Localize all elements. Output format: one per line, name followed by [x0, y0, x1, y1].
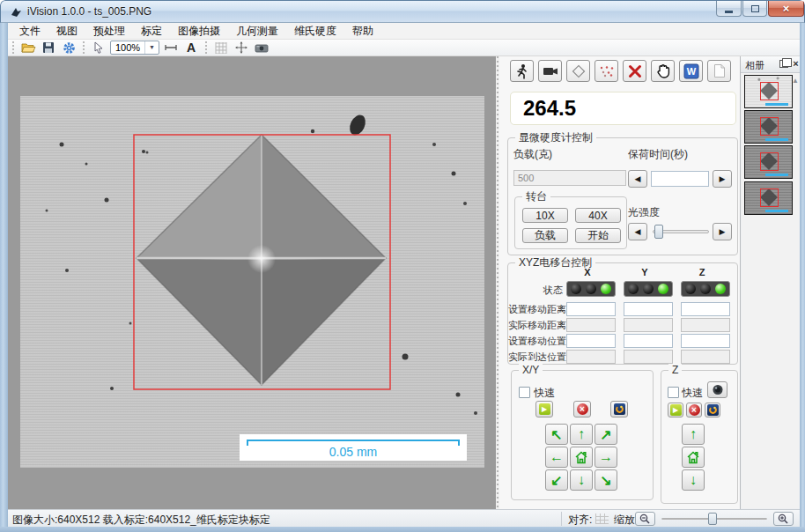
turret-10x-button[interactable]: 10X	[522, 208, 568, 223]
chevron-down-icon: ▼	[144, 41, 159, 54]
float-panel-icon[interactable]	[779, 60, 788, 68]
x-set-position-input[interactable]	[566, 334, 616, 348]
y-set-position-input[interactable]	[624, 334, 673, 348]
auto-measure-button[interactable]	[510, 60, 534, 82]
jog-south-button[interactable]: ↓	[570, 469, 593, 491]
word-report-button[interactable]: W	[679, 60, 703, 82]
toolbar-grip[interactable]	[82, 41, 85, 54]
thumbnail-1[interactable]	[744, 75, 793, 108]
z-stop-button[interactable]: ×	[686, 403, 702, 417]
jog-home-button[interactable]	[570, 447, 593, 468]
thumbnail-2[interactable]	[744, 110, 793, 144]
open-folder-icon	[21, 41, 36, 54]
video-camera-icon	[543, 66, 558, 77]
home-icon	[686, 451, 700, 464]
menu-help[interactable]: 帮助	[344, 23, 381, 40]
dwell-increase-button[interactable]: ▶	[713, 170, 732, 188]
specimen-image[interactable]: 0.05 mm	[20, 96, 484, 468]
light-increase-button[interactable]: ▶	[713, 223, 732, 240]
diamond-roi-button[interactable]	[566, 60, 590, 82]
align-grid-icon[interactable]	[595, 514, 609, 524]
menu-calibration[interactable]: 标定	[133, 23, 170, 40]
settings-button[interactable]	[60, 41, 78, 55]
dwell-decrease-button[interactable]: ◀	[628, 170, 647, 188]
z-up-button[interactable]: ↑	[682, 424, 705, 445]
y-set-distance-input[interactable]	[624, 302, 673, 316]
light-slider-handle[interactable]	[654, 225, 663, 239]
detect-points-button[interactable]	[595, 60, 618, 82]
album-header[interactable]: 相册 ×	[741, 56, 800, 73]
z-fast-checkbox[interactable]	[668, 387, 679, 398]
left-arrow-icon: ◀	[635, 227, 641, 236]
close-button[interactable]: ×	[768, 1, 804, 17]
z-set-distance-input[interactable]	[681, 302, 730, 316]
zoom-slider-handle[interactable]	[708, 513, 717, 525]
spin-icon	[707, 404, 719, 416]
hardness-value: 264.5	[511, 96, 576, 121]
jog-north-button[interactable]: ↑	[570, 424, 593, 445]
light-decrease-button[interactable]: ◀	[628, 223, 647, 240]
x-actual-position-input	[566, 350, 616, 364]
open-file-button[interactable]	[19, 41, 37, 55]
jog-west-button[interactable]: ←	[545, 447, 568, 468]
jog-southeast-button[interactable]: ↘	[595, 469, 617, 491]
x-status-lights	[566, 281, 616, 297]
jog-northwest-button[interactable]: ↖	[545, 424, 568, 445]
zoom-in-button[interactable]	[773, 512, 794, 526]
z-down-button[interactable]: ↓	[682, 469, 705, 491]
save-button[interactable]	[40, 41, 57, 55]
z-autofocus-button[interactable]	[707, 381, 727, 398]
menu-preprocess[interactable]: 预处理	[85, 23, 133, 40]
maximize-button[interactable]	[742, 1, 767, 17]
jog-southwest-button[interactable]: ↙	[545, 469, 568, 491]
z-start-button[interactable]: ▶	[668, 403, 683, 417]
menu-geometry-measure[interactable]: 几何测量	[228, 23, 286, 40]
z-set-position-input[interactable]	[681, 334, 730, 348]
dwell-time-input[interactable]	[651, 171, 709, 187]
status-bar: 图像大小:640X512 载入标定:640X512_维氏标定块标定 对齐: 缩放…	[8, 509, 800, 527]
live-video-button[interactable]	[538, 60, 562, 82]
menu-image-capture[interactable]: 图像拍摄	[170, 23, 228, 40]
z-reset-button[interactable]	[705, 403, 720, 417]
thumb-scale-bar	[765, 138, 788, 141]
runner-icon	[515, 63, 529, 79]
turret-40x-button[interactable]: 40X	[575, 208, 621, 223]
image-viewport[interactable]: 0.05 mm	[8, 56, 496, 509]
menu-view[interactable]: 视图	[48, 23, 85, 40]
turret-start-button[interactable]: 开始	[575, 228, 621, 243]
thumbnail-3[interactable]	[744, 145, 793, 179]
toolbar-grip[interactable]	[204, 41, 208, 54]
grid-toggle-button[interactable]	[212, 41, 230, 55]
z-home-button[interactable]	[682, 447, 705, 468]
x-set-distance-input[interactable]	[566, 302, 616, 316]
jog-east-button[interactable]: →	[595, 447, 617, 468]
pan-tool-button[interactable]	[651, 60, 675, 82]
scroll-up-icon[interactable]: ▲	[792, 77, 799, 85]
delete-button[interactable]	[623, 60, 646, 82]
turret-load-button[interactable]: 负载	[522, 228, 568, 243]
measure-tool-button[interactable]	[162, 41, 180, 55]
xy-fast-checkbox[interactable]	[519, 387, 530, 398]
menu-file[interactable]: 文件	[11, 23, 48, 40]
camera-capture-button[interactable]	[253, 41, 270, 55]
toolbar-grip[interactable]	[11, 41, 15, 54]
led-off	[628, 284, 639, 294]
x-actual-distance-input	[566, 318, 616, 332]
xy-start-button[interactable]: ▶	[535, 401, 553, 417]
zoom-out-button[interactable]	[635, 512, 655, 526]
xy-reset-button[interactable]	[610, 401, 628, 417]
thumbnail-4[interactable]	[744, 181, 793, 215]
title-bar[interactable]: iVision 1.0.0 - ts_005.PNG ×	[0, 0, 805, 23]
arrow-down-icon: ↓	[690, 472, 697, 488]
center-crosshair-button[interactable]	[233, 41, 250, 55]
text-tool-button[interactable]: A	[182, 41, 200, 55]
xy-stop-button[interactable]: ×	[573, 401, 591, 417]
minimize-button[interactable]	[716, 1, 742, 17]
zoom-select[interactable]: 100% ▼	[110, 41, 159, 55]
arrow-right-icon: →	[599, 449, 613, 465]
menu-vickers-hardness[interactable]: 维氏硬度	[286, 23, 344, 40]
new-page-button[interactable]	[707, 60, 731, 82]
jog-northeast-button[interactable]: ↗	[595, 424, 617, 445]
select-cursor-button[interactable]	[90, 41, 107, 55]
home-icon	[574, 451, 588, 464]
